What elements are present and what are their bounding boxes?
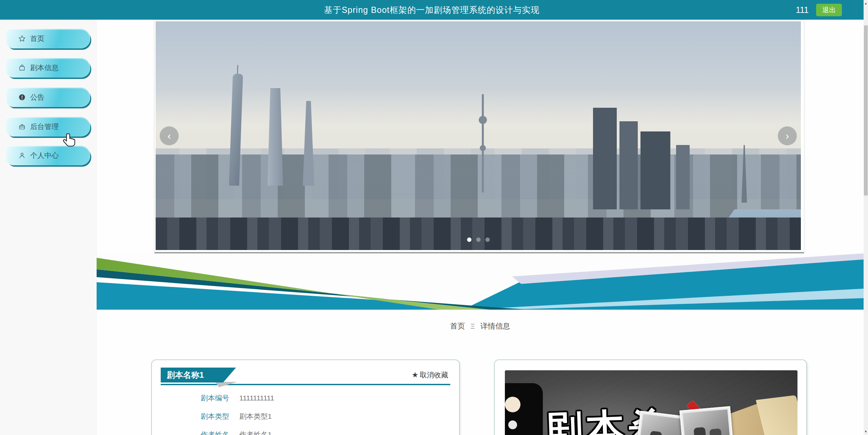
scrollbar-down-arrow[interactable]: ▼ [864, 429, 868, 434]
field-value: 剧本类型1 [239, 412, 272, 420]
sidebar-item-label: 后台管理 [30, 122, 59, 131]
field-row: 作者姓名 作者姓名1 [201, 430, 272, 435]
city-skyline-image: ‹ › [156, 21, 801, 250]
carousel-dot-2[interactable] [476, 237, 480, 242]
sidebar-item-home[interactable]: 首页 [6, 29, 90, 48]
page-title: 基于Spring Boot框架的一加剧场管理系统的设计与实现 [324, 4, 540, 16]
building-block [619, 121, 638, 209]
briefcase-icon [18, 123, 26, 130]
app-root: 基于Spring Boot框架的一加剧场管理系统的设计与实现 111 退出 首页… [0, 0, 868, 435]
field-row: 剧本编号 1111111111 [201, 393, 274, 403]
sidebar-item-announcements[interactable]: 公告 [6, 87, 90, 107]
carousel-dot-3[interactable] [485, 237, 490, 242]
field-label: 作者姓名 [201, 430, 235, 435]
star-icon: ★ [412, 371, 418, 379]
detective-badge [505, 383, 543, 435]
carousel-next-button[interactable]: › [778, 126, 797, 145]
card-divider [161, 384, 450, 385]
decorative-banner [97, 253, 864, 310]
building-block [593, 108, 617, 209]
breadcrumb-home-link[interactable]: 首页 [450, 322, 465, 330]
foreground-buildings [156, 218, 801, 250]
field-row: 剧本类型 剧本类型1 [201, 412, 272, 421]
sidebar-item-scripts[interactable]: 剧本信息 [6, 58, 90, 78]
unfavorite-button[interactable]: ★取消收藏 [412, 370, 448, 380]
username-text: 111 [796, 5, 809, 15]
bag-icon [18, 64, 26, 71]
sidebar-item-label: 公告 [30, 92, 44, 102]
carousel-dot-1[interactable] [467, 237, 471, 242]
carousel-prev-button[interactable]: ‹ [160, 126, 179, 145]
page-scrollbar[interactable]: ▲ ▼ [864, 0, 868, 435]
scrollbar-thumb[interactable] [864, 25, 868, 195]
breadcrumb: 首页 Ξ 详情信息 [97, 321, 864, 331]
sidebar-item-label: 首页 [30, 34, 44, 43]
scrollbar-up-arrow[interactable]: ▲ [864, 1, 868, 6]
tv-tower [482, 94, 484, 192]
field-value: 1111111111 [239, 394, 274, 402]
photo-graphic [679, 406, 734, 435]
script-cover-image: 剧本杀 [505, 370, 797, 435]
alert-icon [18, 94, 26, 101]
field-value: 作者姓名1 [239, 431, 272, 435]
breadcrumb-separator-icon: Ξ [471, 323, 475, 330]
script-detail-card: 剧本名称1 ★取消收藏 剧本编号 1111111111 剧本类型 剧本类型1 作… [151, 359, 460, 435]
field-label: 剧本类型 [201, 412, 235, 421]
mid-skyline [156, 154, 801, 219]
carousel-dots [467, 237, 490, 242]
sidebar-item-label: 个人中心 [30, 151, 59, 160]
carousel-card: ‹ › [154, 20, 804, 254]
logout-button[interactable]: 退出 [816, 4, 842, 16]
main-content: ‹ › 首页 Ξ 详情信息 剧本名称1 [97, 20, 864, 435]
open-book-graphic [721, 392, 797, 435]
sidebar-item-profile[interactable]: 个人中心 [6, 146, 90, 165]
sidebar-nav: 首页 剧本信息 公告 后台管理 个人中心 [0, 20, 97, 435]
breadcrumb-current: 详情信息 [480, 322, 510, 330]
star-icon [18, 35, 26, 42]
building-block [640, 131, 670, 209]
sidebar-item-label: 剧本信息 [30, 63, 59, 72]
unfavorite-label: 取消收藏 [420, 371, 448, 379]
field-label: 剧本编号 [201, 393, 235, 403]
top-header-bar: 基于Spring Boot框架的一加剧场管理系统的设计与实现 111 退出 [0, 0, 864, 20]
header-user-area: 111 退出 [796, 0, 842, 20]
building-block [676, 145, 690, 209]
sidebar-item-admin[interactable]: 后台管理 [6, 117, 90, 137]
script-image-card: 剧本杀 [494, 359, 807, 435]
user-icon [18, 152, 26, 159]
card-title-ribbon: 剧本名称1 [161, 368, 236, 382]
